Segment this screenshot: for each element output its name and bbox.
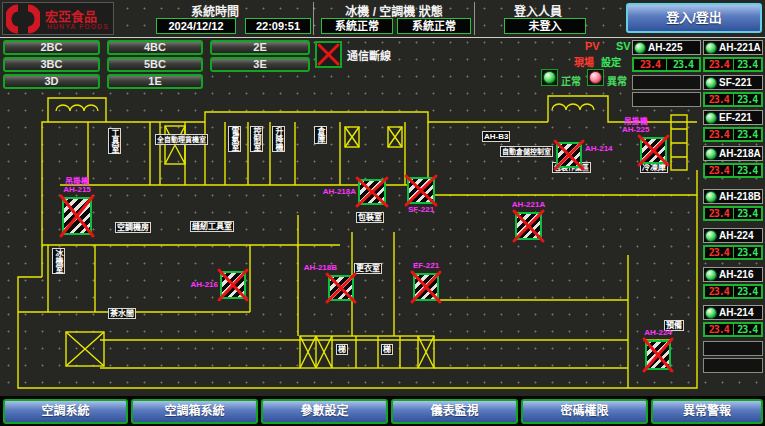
room-label: 電氣室 <box>228 126 241 152</box>
map-unit-label: AH-218A <box>323 188 356 196</box>
comm-loss-x-icon <box>553 139 585 171</box>
comm-loss-x-icon <box>325 272 357 304</box>
map-unit-EF-221[interactable] <box>413 273 439 301</box>
room-label: 工具室 <box>108 128 121 154</box>
map-unit-label: AH-218B <box>304 264 337 272</box>
map-unit-AH-218A[interactable] <box>358 179 386 205</box>
room-label: 升降機 <box>272 126 285 152</box>
map-unit-AH-214[interactable] <box>556 142 582 168</box>
map-unit-label: EF-221 <box>413 262 439 270</box>
map-unit-label: AH-216 <box>190 281 218 289</box>
comm-loss-x-icon <box>59 194 95 238</box>
room-label: 空調機房 <box>115 222 151 233</box>
room-label: 茶水間 <box>108 308 136 319</box>
map-unit-label: AH-224 <box>644 329 672 337</box>
map-unit-AH-218B[interactable] <box>328 275 354 301</box>
room-label: AH-B3 <box>482 131 510 142</box>
map-unit-AH-225[interactable] <box>640 137 667 164</box>
map-unit-label: AH-214 <box>585 145 613 153</box>
map-unit-label: 吊掛機AH-215 <box>63 178 91 194</box>
map-unit-AH-221A[interactable] <box>515 212 542 240</box>
map-unit-label: 吊掛機AH-225 <box>622 118 650 134</box>
map-unit-AH-215[interactable] <box>62 197 92 235</box>
comm-loss-x-icon <box>355 176 389 208</box>
map-unit-label: AH-221A <box>512 201 545 209</box>
room-label: 梯 <box>336 344 348 355</box>
comm-loss-x-icon <box>217 268 249 302</box>
room-label: 冰機室 <box>52 248 65 274</box>
map-unit-AH-216[interactable] <box>220 271 246 299</box>
room-label: 包裝室 <box>356 212 384 223</box>
room-label: 梯 <box>381 344 393 355</box>
comm-loss-x-icon <box>512 209 545 243</box>
map-unit-label: SF-221 <box>408 206 434 214</box>
comm-loss-x-icon <box>637 134 670 167</box>
room-label: 自動倉儲控制室 <box>500 146 553 157</box>
comm-loss-x-icon <box>410 270 442 304</box>
comm-loss-x-icon <box>642 337 674 373</box>
map-unit-SF-221[interactable] <box>407 177 435 204</box>
room-label: 全自動理貨機室 <box>155 134 208 145</box>
room-label: 控制室 <box>250 126 263 152</box>
map-layer: 吊掛機AH-215AH-216AH-218ASF-221AH-218BEF-22… <box>0 0 765 426</box>
room-label: 更衣室 <box>354 263 382 274</box>
comm-loss-x-icon <box>404 174 438 207</box>
room-label: 倉庫 <box>314 126 327 144</box>
map-unit-AH-224[interactable] <box>645 340 671 370</box>
room-label: 縫紉工具室 <box>190 221 234 232</box>
